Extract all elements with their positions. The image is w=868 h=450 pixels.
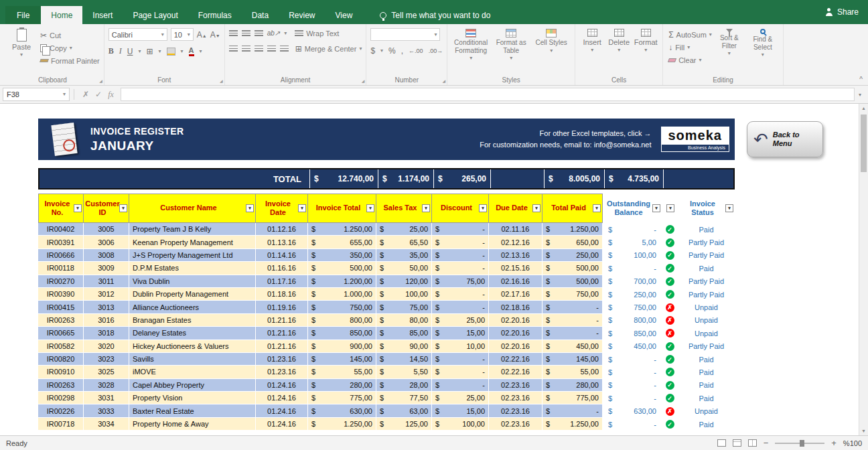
- filter-dropdown-icon[interactable]: ▾: [652, 204, 660, 212]
- formula-input[interactable]: [121, 88, 855, 101]
- cell-customer-id[interactable]: 3020: [84, 340, 129, 353]
- cell-due-date[interactable]: 02.20.16: [489, 340, 542, 353]
- total-outstanding[interactable]: $ 4.735,00: [604, 169, 663, 188]
- cell-discount[interactable]: $25,00: [432, 314, 489, 327]
- cut-button[interactable]: ✂ Cut: [40, 30, 100, 40]
- find-select-button[interactable]: Find & Select ▾: [747, 26, 779, 74]
- cell-invoice-no[interactable]: IR00118: [38, 262, 84, 275]
- tell-me-box[interactable]: Tell me what you want to do: [380, 6, 490, 24]
- cell-customer-id[interactable]: 3034: [84, 418, 129, 431]
- align-top-icon[interactable]: [229, 30, 238, 37]
- cell-invoice-date[interactable]: 01.16.16: [256, 262, 308, 275]
- cell-customer-name[interactable]: Capel Abbey Property: [129, 379, 256, 392]
- cell-invoice-status[interactable]: Partly Paid: [678, 275, 735, 288]
- number-format-select[interactable]: ▾: [370, 28, 440, 41]
- zoom-slider[interactable]: [775, 443, 824, 444]
- table-row[interactable]: IR003903012Dublin Property Management01.…: [38, 288, 735, 301]
- cell-due-date[interactable]: 02.23.16: [489, 404, 542, 417]
- cell-discount[interactable]: $75,00: [432, 275, 489, 288]
- cell-invoice-no[interactable]: IR00390: [38, 288, 84, 301]
- cell-customer-id[interactable]: 3013: [84, 301, 129, 313]
- col-header-status-icon[interactable]: ▾: [662, 194, 678, 223]
- cell-total-paid[interactable]: $-: [542, 301, 603, 313]
- tab-review[interactable]: Review: [279, 6, 325, 24]
- cell-sales-tax[interactable]: $120,00: [376, 275, 432, 288]
- cell-invoice-status[interactable]: Paid: [678, 262, 735, 275]
- cell-customer-name[interactable]: iMOVE: [129, 366, 256, 378]
- cell-invoice-status[interactable]: Unpaid: [678, 404, 735, 417]
- comma-style-button[interactable]: ,: [401, 46, 403, 56]
- align-center-icon[interactable]: [242, 46, 250, 52]
- scroll-up-icon[interactable]: ▲: [859, 106, 868, 110]
- sort-filter-button[interactable]: Sort & Filter ▾: [713, 26, 745, 74]
- cell-invoice-no[interactable]: IR00665: [38, 327, 84, 340]
- cell-total-paid[interactable]: $775,00: [542, 392, 603, 404]
- cell-invoice-no[interactable]: IR00718: [38, 418, 84, 431]
- cell-outstanding-balance[interactable]: $100,00: [603, 249, 662, 262]
- total-paid[interactable]: $ 8.005,00: [544, 169, 604, 188]
- enter-formula-icon[interactable]: ✓: [95, 90, 102, 99]
- cell-sales-tax[interactable]: $100,00: [376, 288, 432, 301]
- zoom-in-button[interactable]: +: [831, 439, 837, 447]
- cell-sales-tax[interactable]: $75,00: [376, 301, 432, 313]
- col-header-customer-id[interactable]: Customer ID ▾: [84, 194, 129, 223]
- align-middle-icon[interactable]: [242, 30, 250, 37]
- cell-total-paid[interactable]: $-: [542, 327, 603, 340]
- cell-due-date[interactable]: 02.22.16: [489, 366, 542, 378]
- cell-status-icon[interactable]: ✗: [662, 327, 678, 340]
- cell-discount[interactable]: $-: [432, 288, 489, 301]
- cell-invoice-status[interactable]: Paid: [678, 379, 735, 392]
- cell-discount[interactable]: $-: [432, 249, 489, 262]
- cell-customer-name[interactable]: Savills: [129, 353, 256, 366]
- increase-decimal-button[interactable]: ←.00: [409, 48, 423, 54]
- cell-invoice-date[interactable]: 01.21.16: [256, 314, 308, 327]
- cell-sales-tax[interactable]: $80,00: [376, 314, 432, 327]
- fill-color-button[interactable]: [167, 48, 175, 56]
- cell-invoice-status[interactable]: Paid: [678, 366, 735, 378]
- cell-sales-tax[interactable]: $63,00: [376, 404, 432, 417]
- zoom-slider-thumb[interactable]: [800, 440, 804, 447]
- cell-invoice-no[interactable]: IR00402: [38, 223, 84, 236]
- insert-function-icon[interactable]: fx: [108, 90, 114, 100]
- col-header-invoice-no[interactable]: Invoice No. ▾: [38, 194, 84, 223]
- copy-button[interactable]: Copy ▾: [40, 43, 100, 53]
- cell-status-icon[interactable]: ✗: [662, 301, 678, 313]
- total-invoice-total[interactable]: $ 12.740,00: [309, 169, 378, 188]
- promo-line-2[interactable]: For customization needs, email to: info@…: [480, 139, 651, 151]
- table-row[interactable]: IR008203023Savills01.23.16$145,00$14,50$…: [38, 353, 735, 366]
- col-header-sales-tax[interactable]: Sales Tax ▾: [376, 194, 432, 223]
- back-to-menu-button[interactable]: ↶ Back to Menu: [747, 121, 823, 157]
- cell-invoice-date[interactable]: 01.18.16: [256, 288, 308, 301]
- cell-due-date[interactable]: 02.20.16: [489, 314, 542, 327]
- cell-invoice-total[interactable]: $1.200,00: [308, 275, 376, 288]
- normal-view-icon[interactable]: [717, 439, 726, 447]
- cell-invoice-date[interactable]: 01.23.16: [256, 353, 308, 366]
- cell-customer-name[interactable]: Keenan Property Management: [129, 236, 256, 248]
- percent-style-button[interactable]: %: [388, 46, 396, 56]
- cell-invoice-status[interactable]: Partly Paid: [678, 340, 735, 353]
- tab-data[interactable]: Data: [242, 6, 279, 24]
- cell-outstanding-balance[interactable]: $450,00: [603, 340, 662, 353]
- table-row[interactable]: IR002263033Baxter Real Estate01.24.16$63…: [38, 404, 735, 417]
- cell-discount[interactable]: $25,00: [432, 392, 489, 404]
- cell-sales-tax[interactable]: $125,00: [376, 418, 432, 431]
- cell-outstanding-balance[interactable]: $5,00: [603, 236, 662, 248]
- font-color-button[interactable]: A: [189, 47, 194, 56]
- insert-cells-button[interactable]: Insert ▾: [579, 26, 605, 74]
- cell-due-date[interactable]: 02.12.16: [489, 236, 542, 248]
- fill-button[interactable]: ↓ Fill ▾: [668, 42, 712, 52]
- table-row[interactable]: IR004023005Property Team J B Kelly01.12.…: [38, 223, 735, 236]
- cell-total-paid[interactable]: $650,00: [542, 236, 603, 248]
- cell-invoice-total[interactable]: $630,00: [308, 404, 376, 417]
- cell-sales-tax[interactable]: $85,00: [376, 327, 432, 340]
- dialog-launcher-icon[interactable]: ◢: [443, 78, 446, 83]
- table-row[interactable]: IR003913006Keenan Property Management01.…: [38, 236, 735, 248]
- cell-customer-name[interactable]: Property Home & Away: [129, 418, 256, 431]
- cell-customer-name[interactable]: Baxter Real Estate: [129, 404, 256, 417]
- table-row[interactable]: IR002633016Branagan Estates01.21.16$800,…: [38, 314, 735, 327]
- cell-invoice-no[interactable]: IR00263: [38, 314, 84, 327]
- cell-due-date[interactable]: 02.23.16: [489, 392, 542, 404]
- cell-due-date[interactable]: 02.18.16: [489, 301, 542, 313]
- cell-sales-tax[interactable]: $65,50: [376, 236, 432, 248]
- expand-formula-bar-icon[interactable]: ▾: [855, 92, 865, 98]
